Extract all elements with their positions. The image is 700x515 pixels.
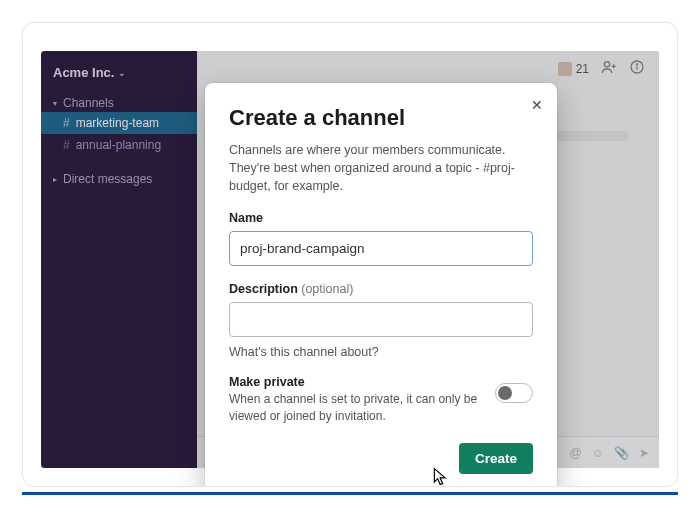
name-label: Name — [229, 211, 533, 225]
caret-down-icon: ▾ — [53, 99, 57, 108]
private-toggle[interactable] — [495, 383, 533, 403]
channel-label: marketing-team — [76, 116, 159, 130]
send-icon[interactable]: ➤ — [639, 446, 649, 460]
member-count-value: 21 — [576, 62, 589, 76]
caret-right-icon: ▸ — [53, 175, 57, 184]
info-icon[interactable] — [629, 59, 645, 78]
sidebar-section-channels[interactable]: ▾ Channels — [41, 90, 197, 112]
attach-icon[interactable]: 📎 — [614, 446, 629, 460]
sidebar-section-dms[interactable]: ▸ Direct messages — [41, 166, 197, 188]
add-user-icon[interactable] — [601, 59, 617, 78]
avatar-icon — [558, 62, 572, 76]
channel-label: annual-planning — [76, 138, 161, 152]
member-count[interactable]: 21 — [558, 62, 589, 76]
channel-name-input[interactable] — [229, 231, 533, 266]
channel-topbar: 21 — [558, 59, 645, 78]
dm-label: Direct messages — [63, 172, 152, 186]
workspace-name: Acme Inc. — [53, 65, 114, 80]
optional-hint: (optional) — [301, 282, 353, 296]
chevron-down-icon: ⌄ — [118, 68, 126, 78]
toggle-knob — [498, 386, 512, 400]
sidebar-item-annual-planning[interactable]: # annual-planning — [41, 134, 197, 156]
modal-subtitle: Channels are where your members communic… — [229, 141, 533, 195]
accent-underline — [22, 492, 678, 495]
make-private-row: Make private When a channel is set to pr… — [229, 375, 533, 425]
description-label: Description (optional) — [229, 282, 533, 296]
make-private-desc: When a channel is set to private, it can… — [229, 391, 481, 425]
make-private-title: Make private — [229, 375, 481, 389]
description-label-text: Description — [229, 282, 298, 296]
hash-icon: # — [63, 138, 70, 152]
description-helper: What's this channel about? — [229, 345, 533, 359]
modal-title: Create a channel — [229, 105, 533, 131]
channel-description-input[interactable] — [229, 302, 533, 337]
channels-label: Channels — [63, 96, 114, 110]
sidebar: Acme Inc. ⌄ ▾ Channels # marketing-team … — [41, 51, 197, 468]
hash-icon: # — [63, 116, 70, 130]
svg-point-0 — [604, 62, 609, 67]
create-button[interactable]: Create — [459, 443, 533, 474]
sidebar-item-marketing-team[interactable]: # marketing-team — [41, 112, 197, 134]
close-icon[interactable]: ✕ — [531, 97, 543, 113]
workspace-switcher[interactable]: Acme Inc. ⌄ — [41, 51, 197, 90]
mention-icon[interactable]: @ — [570, 446, 582, 460]
emoji-icon[interactable]: ☺ — [592, 446, 604, 460]
svg-point-3 — [636, 64, 637, 65]
create-channel-modal: Create a channel ✕ Channels are where yo… — [205, 83, 557, 487]
